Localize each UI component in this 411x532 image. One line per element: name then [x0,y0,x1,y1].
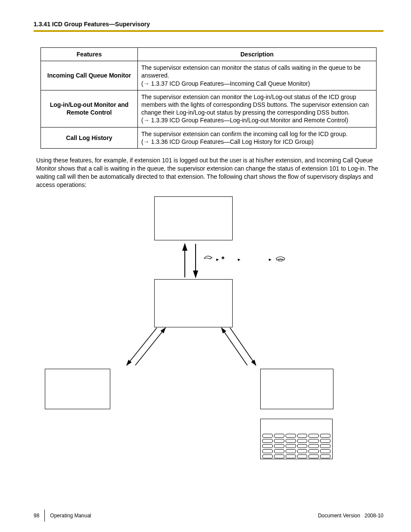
header-rule [34,30,383,32]
svg-line-4 [230,328,256,365]
features-table: Features Description Incoming Call Queue… [40,47,377,149]
page-footer: 98 Operating Manual Document Version 200… [34,510,383,522]
desc-ref: (→ 1.3.36 ICD Group Features—Call Log Hi… [141,138,314,145]
col-features: Features [41,48,138,61]
desc-text: The supervisor extension can monitor the… [141,64,361,79]
play-icon: ▸ [269,256,271,262]
play-icon: ▸ [216,256,219,262]
feature-desc: The supervisor extension can monitor the… [138,90,377,127]
section-header: 1.3.41 ICD Group Features—Supervisory [34,21,383,28]
manual-name: Operating Manual [50,513,91,519]
feature-name: Log-in/Log-out Monitor and Remote Contro… [41,90,138,127]
desc-ref: (→ 1.3.39 ICD Group Features—Log-in/Log-… [141,117,348,124]
feature-desc: The supervisor extension can confirm the… [138,127,377,148]
play-icon: ▸ [238,256,240,262]
desc-ref: (→ 1.3.37 ICD Group Features—Incoming Ca… [141,80,310,87]
feature-name: Incoming Call Queue Monitor [41,61,138,90]
table-row: Incoming Call Queue Monitor The supervis… [41,61,377,90]
sequence-key: * [221,255,224,264]
body-paragraph: Using these features, for example, if ex… [36,156,383,189]
page-number: 98 [34,513,39,519]
footer-separator [44,510,45,522]
feature-name: Call Log History [41,127,138,148]
feature-desc: The supervisor extension can monitor the… [138,61,377,90]
flow-diagram: ▸ * ▸ ▸ [40,196,377,472]
desc-text: The supervisor extension can monitor the… [141,93,369,116]
col-description: Description [138,48,377,61]
on-hook-icon [276,257,285,261]
svg-line-2 [127,328,157,365]
doc-version-label: Document Version [318,513,360,519]
table-row: Call Log History The supervisor extensio… [41,127,377,148]
table-row: Log-in/Log-out Monitor and Remote Contro… [41,90,377,127]
diagram-connectors: ▸ * ▸ ▸ [40,196,377,472]
off-hook-icon [204,256,212,259]
doc-version-value: 2008-10 [364,513,383,519]
svg-line-3 [135,328,165,365]
desc-text: The supervisor extension can confirm the… [141,131,348,137]
svg-line-5 [221,328,247,365]
